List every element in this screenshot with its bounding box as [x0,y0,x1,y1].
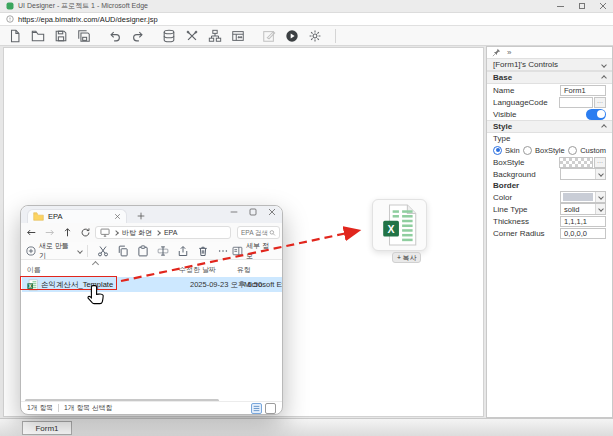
search-input[interactable] [241,229,269,236]
column-type[interactable]: 유형 [237,265,251,275]
designer-tabbar: Form1 [0,418,613,436]
rename-icon[interactable] [155,243,171,259]
dataset-button[interactable] [229,27,246,44]
radio-boxstyle-dot[interactable] [523,146,532,155]
thickness-label: Thickness [493,217,529,226]
breadcrumb-epa[interactable]: EPA [164,229,178,236]
breadcrumb[interactable]: 바탕 화면 EPA [95,226,231,239]
name-label: Name [493,86,514,95]
border-color-select[interactable] [560,191,606,203]
paste-icon[interactable] [135,243,151,259]
save-button[interactable] [52,27,69,44]
breadcrumb-desktop[interactable]: 바탕 화면 [122,228,152,238]
column-date-modified[interactable]: 수정한 날짜 [179,265,216,275]
radio-skin[interactable]: Skin [493,146,520,155]
radio-custom-dot[interactable] [568,146,577,155]
window-title: UI Designer - 프로젝트 1 - Microsoft Edge [18,1,148,11]
file-list[interactable] [22,276,282,398]
delete-icon[interactable] [195,243,211,259]
cut-icon[interactable] [95,243,111,259]
details-button[interactable]: 세부 정보 [232,241,276,261]
border-title: Border [487,180,612,191]
corner-radius-field[interactable] [560,228,606,239]
explorer-close-icon[interactable] [268,208,276,216]
name-field[interactable] [560,85,606,96]
more-options-icon[interactable] [215,243,231,259]
section-base-title: Base [493,73,512,82]
toolbar-separator [335,29,336,43]
linetype-select[interactable]: solid [560,203,606,215]
new-file-button[interactable] [6,27,23,44]
pin-icon[interactable] [492,48,501,57]
window-close-icon[interactable] [598,2,607,11]
settings-button[interactable] [306,27,323,44]
collapse-panel-icon[interactable]: » [507,49,511,57]
window-minimize-icon[interactable] [556,2,565,11]
database-button[interactable] [160,27,177,44]
sitemap-button[interactable] [206,27,223,44]
explorer-maximize-icon[interactable] [249,208,257,216]
copy-icon[interactable] [115,243,131,259]
tab-form1[interactable]: Form1 [22,421,72,435]
background-select[interactable] [560,168,606,180]
up-icon[interactable] [60,225,75,240]
edit-button[interactable] [260,27,277,44]
url-text: https://epa.bimatrix.com/AUD/designer.js… [18,15,158,24]
prop-row-visible: Visible [487,108,612,120]
thickness-field[interactable] [560,216,606,227]
folder-icon [33,212,44,221]
visible-toggle[interactable] [586,109,606,120]
share-icon[interactable] [175,243,191,259]
open-button[interactable] [29,27,46,44]
drag-ghost: X [372,199,427,251]
window-maximize-icon[interactable] [577,2,586,11]
properties-panel: » [Form1]'s Controls Base Name LanguageC… [486,46,613,418]
tools-button[interactable] [183,27,200,44]
undo-button[interactable] [106,27,123,44]
languagecode-browse-button[interactable]: ··· [594,97,606,108]
corner-radius-label: Corner Radius [493,229,545,238]
column-name[interactable]: 이름 [27,265,41,275]
chevron-down-icon [601,62,607,68]
back-icon[interactable] [24,225,39,240]
details-view-icon[interactable] [251,403,262,414]
desktop-icon [100,228,110,237]
controls-dropdown[interactable]: [Form1]'s Controls [487,58,612,71]
save-all-button[interactable] [75,27,92,44]
languagecode-field[interactable] [559,97,593,108]
selected-count: 1개 항목 선택함 [64,403,112,413]
section-style[interactable]: Style [487,120,612,133]
search-box[interactable] [237,226,280,239]
prop-row-corner-radius: Corner Radius [487,227,612,239]
thumbnails-view-icon[interactable] [265,403,276,414]
new-item-button[interactable]: 새로 만들기 [26,241,82,261]
app-logo-icon [6,2,14,10]
panel-toolstrip: » [487,47,612,58]
prop-row-boxstyle: BoxStyle ··· [487,156,612,168]
explorer-navbar: 바탕 화면 EPA [21,223,282,242]
chevron-right-icon [155,230,161,236]
boxstyle-browse-button[interactable]: ··· [594,157,606,168]
languagecode-label: LanguageCode [493,98,548,107]
explorer-statusbar: 1개 항목 1개 항목 선택함 [21,401,282,414]
radio-custom[interactable]: Custom [568,146,606,155]
explorer-minimize-icon[interactable] [230,208,238,216]
new-item-label: 새로 만들기 [39,241,76,261]
designer-toolbar [0,26,613,46]
refresh-icon[interactable] [78,225,93,240]
boxstyle-swatch[interactable] [559,157,593,168]
excel-file-icon: X [382,204,418,246]
linetype-label: Line Type [493,205,528,214]
forward-icon[interactable] [42,225,57,240]
drag-copy-badge: + 복사 [392,252,421,263]
explorer-tab-epa[interactable]: EPA [27,209,127,223]
radio-skin-dot[interactable] [493,146,502,155]
chevron-down-icon [598,194,604,200]
new-tab-icon[interactable] [135,210,147,222]
tab-close-icon[interactable] [114,213,121,220]
run-button[interactable] [283,27,300,44]
section-base[interactable]: Base [487,71,612,84]
url-bar[interactable]: https://epa.bimatrix.com/AUD/designer.js… [0,13,613,26]
redo-button[interactable] [129,27,146,44]
radio-boxstyle[interactable]: BoxStyle [523,146,565,155]
